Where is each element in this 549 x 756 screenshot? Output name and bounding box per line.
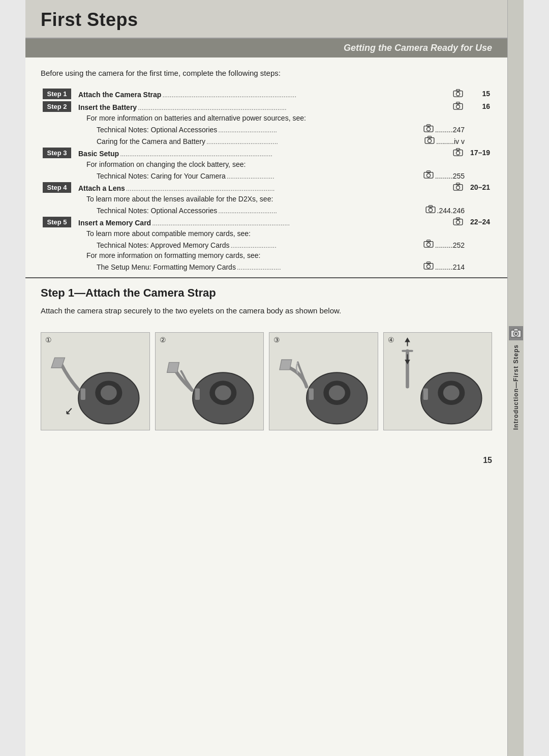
step-2-row: Step 2 Insert the Battery ..............… [41, 100, 492, 113]
strap-svg-4 [384, 333, 492, 430]
step-1-row: Step 1 Attach the Camera Strap .........… [41, 88, 492, 100]
step-2-sub-2: Caring for the Camera and Battery ......… [41, 135, 492, 147]
step-2-page: 16 [467, 100, 492, 113]
step-5-sub-2-text: The Setup Menu: Formatting Memory Cards [97, 263, 236, 271]
step-4-title-cell: Attach a Lens ..........................… [76, 181, 467, 194]
strap-image-2: ② [155, 332, 264, 430]
step-3-label: Step 3 [41, 147, 76, 159]
svg-rect-29 [426, 240, 430, 242]
camera-icon-2a [423, 124, 434, 132]
camera-icon-5a [423, 240, 434, 248]
svg-rect-44 [309, 388, 314, 400]
step-4-label: Step 4 [41, 181, 76, 194]
step-3-row: Step 3 Basic Setup .....................… [41, 147, 492, 159]
section-heading: Step 1—Attach the Camera Strap [25, 277, 507, 305]
svg-rect-54 [514, 329, 518, 331]
camera-icon-3 [453, 148, 463, 156]
main-content: First Steps Getting the Camera Ready for… [25, 0, 507, 756]
step-2-title-cell: Insert the Battery .....................… [76, 100, 467, 113]
step-3-title-cell: Basic Setup ............................… [76, 147, 467, 159]
step-1-page: 15 [467, 88, 492, 100]
side-tab: Introduction—First Steps [507, 0, 524, 756]
svg-rect-11 [428, 136, 431, 138]
svg-point-7 [426, 127, 430, 131]
step-5-sub-1-text: Technical Notes: Approved Memory Cards [97, 241, 229, 249]
step-4-sub-1: Technical Notes: Optional Accessories ..… [41, 204, 492, 216]
svg-rect-40 [195, 388, 200, 400]
step-5-title: Insert a Memory Card [78, 219, 151, 227]
section-body: Attach the camera strap securely to the … [25, 305, 507, 317]
step-3-sub-1-text: Technical Notes: Caring for Your Camera [97, 172, 226, 180]
step-5-page: 22–24 [467, 216, 492, 228]
svg-rect-48 [423, 388, 429, 400]
step-4-sub-1-text: Technical Notes: Optional Accessories [97, 207, 217, 215]
camera-icon-1 [453, 89, 463, 97]
image-number-4: ④ [388, 336, 394, 344]
strap-svg-1 [41, 333, 149, 430]
image-grid: ① ② [25, 327, 507, 435]
step-2-sub-2-text: Caring for the Camera and Battery [97, 137, 205, 146]
svg-point-4 [456, 105, 460, 108]
step-5-label: Step 5 [41, 216, 76, 228]
step-2-sub-1-text: Technical Notes: Optional Accessories [97, 126, 217, 134]
step-5-sub-2: The Setup Menu: Formatting Memory Cards … [41, 260, 492, 272]
step-4-row: Step 4 Attach a Lens ...................… [41, 181, 492, 194]
svg-point-53 [514, 333, 517, 335]
page-wrapper: First Steps Getting the Camera Ready for… [25, 0, 524, 756]
svg-rect-23 [429, 205, 432, 207]
page-title: First Steps [41, 9, 138, 30]
step-5-title-cell: Insert a Memory Card ...................… [76, 216, 467, 228]
page-header: First Steps [25, 0, 507, 39]
camera-icon-2b [424, 136, 435, 144]
step-5-sub-1: Technical Notes: Approved Memory Cards .… [41, 239, 492, 250]
svg-rect-14 [456, 148, 460, 150]
svg-point-35 [101, 385, 117, 400]
step-3-sub-1: Technical Notes: Caring for Your Camera … [41, 169, 492, 181]
svg-marker-50 [405, 360, 410, 364]
camera-icon-5b [423, 261, 434, 270]
image-number-2: ② [160, 336, 166, 344]
svg-point-25 [456, 220, 460, 224]
strap-svg-2 [156, 333, 264, 430]
step-1-title-cell: Attach the Camera Strap ................… [76, 88, 467, 100]
svg-point-39 [215, 385, 231, 400]
camera-icon-3a [423, 170, 434, 179]
camera-icon-4 [453, 183, 463, 191]
svg-point-19 [456, 186, 460, 189]
image-number-3: ③ [273, 336, 280, 344]
step-2-label: Step 2 [41, 100, 76, 113]
step-4-page: 20–21 [467, 181, 492, 194]
tab-camera-icon [510, 328, 522, 339]
strap-image-4: ④ [383, 332, 493, 430]
strap-svg-3 [269, 333, 378, 430]
step-1-label: Step 1 [41, 88, 76, 100]
svg-point-31 [426, 265, 430, 268]
strap-image-3: ③ [269, 332, 378, 430]
subtitle-bar: Getting the Camera Ready for Use [25, 39, 507, 57]
step-1-title: Attach the Camera Strap [78, 91, 161, 99]
svg-rect-20 [456, 183, 460, 185]
svg-marker-49 [405, 337, 410, 342]
step-5-sub-intro-1: To learn more about compatible memory ca… [41, 228, 492, 239]
subtitle-text: Getting the Camera Ready for Use [344, 43, 492, 53]
camera-icon-2 [453, 102, 463, 110]
svg-point-22 [429, 208, 432, 212]
strap-image-1: ① [41, 332, 150, 430]
step-4-sub-intro: To learn more about the lenses available… [41, 194, 492, 204]
svg-point-47 [443, 385, 459, 400]
step-5-sub-intro-2: For more information on formatting memor… [41, 250, 492, 260]
steps-table: Step 1 Attach the Camera Strap .........… [41, 88, 492, 272]
step-2-sub-1: Technical Notes: Optional Accessories ..… [41, 123, 492, 135]
step-3-title: Basic Setup [78, 150, 119, 158]
svg-point-10 [428, 139, 431, 142]
svg-rect-32 [426, 261, 430, 264]
svg-point-28 [426, 243, 430, 246]
side-tab-text: Introduction—First Steps [512, 344, 520, 430]
svg-point-13 [456, 151, 460, 155]
intro-text: Before using the camera for the first ti… [25, 68, 507, 79]
svg-rect-36 [80, 388, 86, 400]
svg-point-16 [426, 173, 430, 177]
step-2-title: Insert the Battery [78, 103, 137, 111]
side-tab-icon [509, 326, 523, 340]
page-number: 15 [25, 446, 507, 470]
